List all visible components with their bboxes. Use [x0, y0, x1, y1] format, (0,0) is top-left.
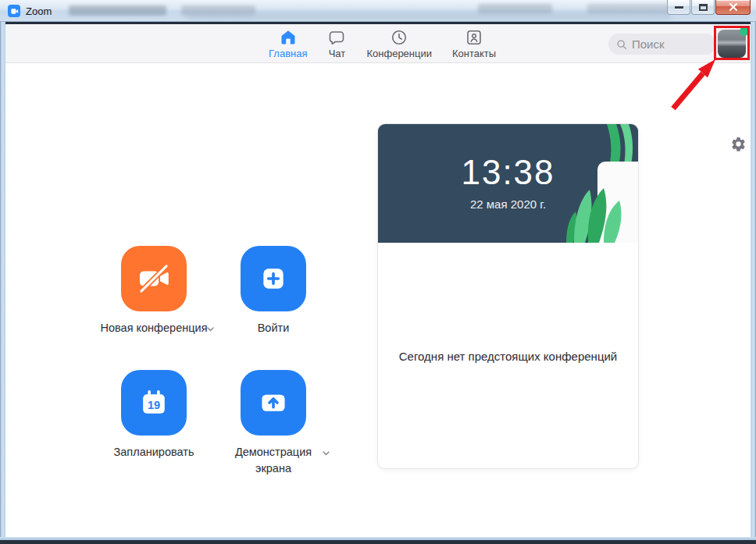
calendar-icon: 19	[136, 385, 172, 421]
no-meetings-message: Сегодня нет предстоящих конференций	[399, 350, 617, 363]
tab-contacts-label: Контакты	[452, 48, 496, 59]
upcoming-meetings-card: 13:38 22 мая 2020 г. Сегодня нет предсто…	[377, 123, 639, 469]
clock-date: 22 мая 2020 г.	[378, 197, 638, 211]
maximize-button[interactable]	[691, 0, 715, 15]
new-meeting-button[interactable]	[121, 246, 187, 311]
chat-icon	[327, 28, 346, 47]
plus-icon	[255, 261, 291, 297]
background-window-smudge	[187, 13, 672, 20]
chevron-down-icon[interactable]	[205, 324, 216, 334]
share-screen-label: Демонстрация экрана	[217, 444, 330, 477]
clock-time: 13:38	[378, 155, 638, 190]
clock-block: 13:38 22 мая 2020 г.	[378, 155, 638, 211]
home-icon	[279, 28, 298, 47]
settings-gear-icon[interactable]	[730, 136, 747, 152]
share-screen-icon	[255, 385, 291, 421]
background-window-smudge	[69, 5, 166, 16]
main-tabs: Главная Чат Конференции	[269, 24, 496, 63]
new-meeting-label: Новая конференция	[98, 320, 210, 336]
schedule-button[interactable]: 19	[121, 370, 187, 436]
tab-home[interactable]: Главная	[269, 28, 307, 59]
close-icon	[729, 2, 738, 12]
tab-home-label: Главная	[269, 48, 307, 59]
home-content: Новая конференция Войти 19 Запланировать	[5, 64, 751, 537]
window-border	[751, 22, 756, 540]
minimize-button[interactable]	[667, 0, 690, 15]
tab-contacts[interactable]: Контакты	[452, 28, 496, 59]
calendar-day-number: 19	[148, 399, 160, 411]
video-camera-off-icon	[136, 261, 172, 297]
tab-chat[interactable]: Чат	[327, 28, 346, 59]
zoom-app-icon	[8, 5, 20, 17]
search-icon	[616, 39, 627, 50]
contacts-icon	[465, 28, 483, 47]
desktop-screen: Zoom Главная Чат	[0, 0, 756, 544]
minimize-icon	[675, 6, 683, 9]
tab-meetings[interactable]: Конференции	[366, 28, 432, 59]
join-label: Войти	[217, 320, 330, 336]
close-button[interactable]	[715, 0, 751, 15]
window-titlebar: Zoom	[0, 0, 756, 22]
window-border	[0, 22, 5, 540]
annotation-arrow	[664, 52, 725, 112]
app-header: Главная Чат Конференции	[5, 24, 751, 63]
join-button[interactable]	[241, 246, 306, 311]
tab-chat-label: Чат	[329, 48, 346, 59]
window-title: Zoom	[26, 5, 52, 17]
window-controls	[667, 0, 751, 15]
tab-meetings-label: Конференции	[366, 48, 432, 59]
schedule-label: Запланировать	[98, 444, 210, 460]
meetings-list-empty: Сегодня нет предстоящих конференций	[378, 243, 638, 469]
taskbar-edge	[0, 540, 756, 544]
meetings-clock-icon	[390, 28, 408, 47]
search-input[interactable]	[632, 37, 710, 51]
maximize-icon	[699, 4, 708, 11]
share-screen-button[interactable]	[241, 370, 306, 436]
clock-banner: 13:38 22 мая 2020 г.	[378, 124, 638, 243]
chevron-down-icon[interactable]	[321, 448, 331, 458]
